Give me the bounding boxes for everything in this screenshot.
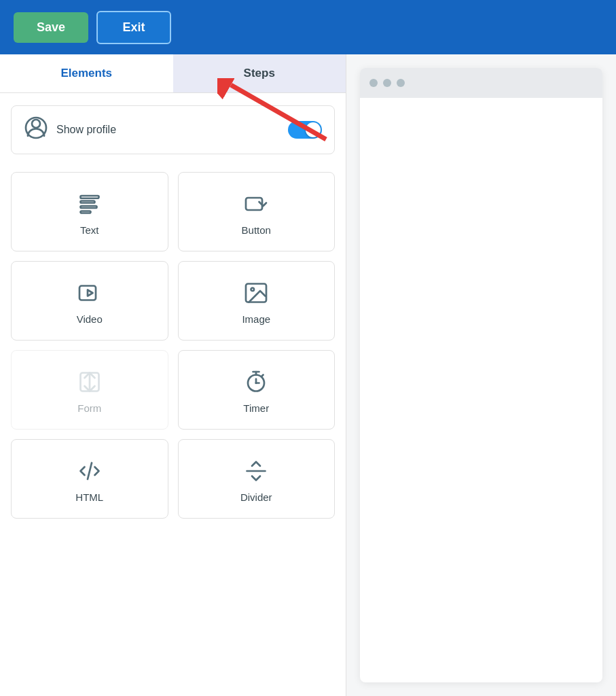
browser-dot-3 [397,79,405,87]
divider-icon [244,459,268,483]
toggle-knob [306,122,321,137]
text-label: Text [80,224,99,236]
show-profile-label: Show profile [56,124,280,136]
image-label: Image [242,313,270,325]
top-bar: Save Exit [0,0,616,54]
elements-grid: Text Button Video [0,167,346,529]
show-profile-toggle[interactable] [288,121,322,139]
form-label: Form [77,402,101,414]
svg-line-20 [88,463,92,479]
exit-button[interactable]: Exit [96,11,171,44]
timer-label: Timer [243,402,269,414]
divider-label: Divider [240,491,272,503]
html-label: HTML [75,491,103,503]
browser-dot-1 [369,79,378,87]
svg-rect-4 [80,206,96,208]
svg-rect-6 [246,198,262,210]
button-icon [244,192,268,216]
save-button[interactable]: Save [14,12,88,43]
element-card-timer[interactable]: Timer [178,350,336,430]
html-icon [77,459,102,483]
svg-point-18 [255,382,257,384]
element-card-form: Form [11,350,168,430]
show-profile-row: Show profile [11,105,335,154]
timer-icon [244,370,268,394]
svg-rect-2 [80,196,98,198]
tab-steps[interactable]: Steps [173,54,346,92]
svg-point-10 [251,288,255,292]
browser-content [360,98,602,370]
tab-elements[interactable]: Elements [0,54,173,92]
svg-point-0 [32,120,40,128]
element-card-html[interactable]: HTML [11,439,168,519]
svg-rect-5 [80,211,90,213]
svg-line-19 [262,375,264,377]
video-icon [77,281,102,305]
svg-marker-8 [88,290,93,296]
browser-dot-2 [383,79,391,87]
text-icon [77,192,102,216]
video-label: Video [77,313,103,325]
profile-icon [24,116,48,144]
main-layout: Elements Steps Show profile [0,54,616,696]
image-icon [244,281,268,305]
right-panel [346,54,616,696]
tabs-row: Elements Steps [0,54,346,93]
button-label: Button [242,224,271,236]
form-icon [77,370,102,394]
left-panel: Elements Steps Show profile [0,54,346,696]
element-card-divider[interactable]: Divider [178,439,336,519]
element-card-button[interactable]: Button [178,172,336,251]
element-card-text[interactable]: Text [11,172,168,251]
browser-frame [360,68,602,682]
element-card-image[interactable]: Image [178,261,336,341]
svg-rect-3 [80,201,94,203]
browser-bar [360,68,602,98]
element-card-video[interactable]: Video [11,261,168,341]
